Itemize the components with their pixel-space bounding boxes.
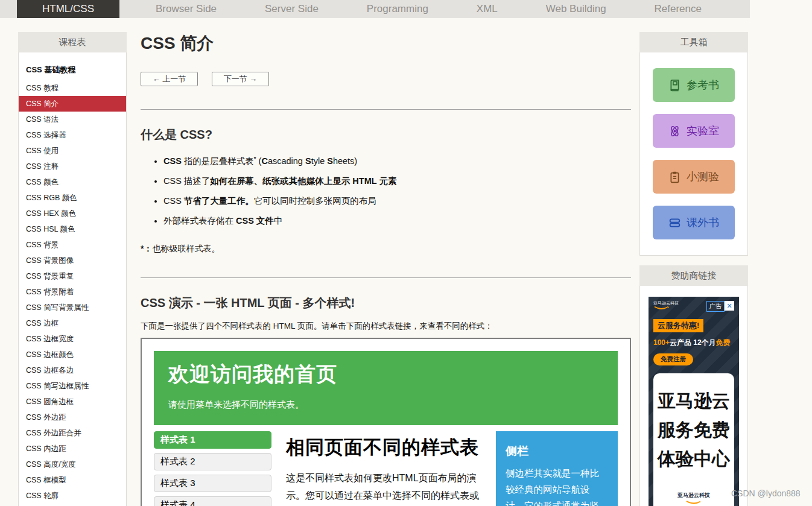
lab-button[interactable]: 实验室 [653, 114, 735, 148]
extra-books-icon [668, 217, 681, 229]
css-demo-frame: 欢迎访问我的首页 请使用菜单来选择不同的样式表。 样式表 1样式表 2样式表 3… [141, 338, 631, 506]
sidebar-item[interactable]: CSS 简介 [19, 96, 126, 112]
ad-promo-line: 100+云产品 12个月免费 [653, 338, 734, 348]
demo-side-panel-text: 侧边栏其实就是一种比较经典的网站导航设计，它的形式通常为竖向的一列，展示在网站的… [506, 465, 608, 506]
sidebar-item[interactable]: CSS 教程 [19, 80, 126, 96]
ad-card-line: 体验中心 [656, 444, 732, 473]
nav-item[interactable]: Web Building [546, 3, 606, 15]
course-group-title: CSS 基础教程 [19, 61, 126, 80]
demo-stylesheet-button[interactable]: 样式表 3 [154, 475, 271, 492]
ad-register-button[interactable]: 免费注册 [653, 353, 693, 365]
advertisement[interactable]: 亚马逊云科技 广告 ✕ 云服务特惠! 100+云产品 12个月免费 免费注册 亚… [649, 297, 739, 506]
demo-article: 相同页面不同的样式表 这是不同样式表如何更改HTML页面布局的演示。您可以通过在… [271, 431, 496, 506]
top-navigation: HTML/CSS Browser SideServer SideProgramm… [0, 0, 750, 18]
toolbox-column: 工具箱 参考书 实验室 小测验 课外书 赞助商链接 亚马逊云科技 [639, 32, 748, 506]
ad-card-line: 服务免费 [656, 416, 732, 444]
course-sidebar: 课程表 CSS 基础教程 CSS 教程CSS 简介CSS 语法CSS 选择器CS… [18, 32, 127, 506]
sidebar-item[interactable]: CSS 语法 [19, 112, 126, 127]
nav-item[interactable]: Browser Side [156, 3, 217, 15]
ad-card-headline: 亚马逊云服务免费体验中心 [656, 387, 732, 473]
demo-banner: 欢迎访问我的首页 请使用菜单来选择不同的样式表。 [154, 351, 618, 425]
sidebar-item[interactable]: CSS 背景附着 [19, 284, 126, 300]
sidebar-item[interactable]: CSS 内边距 [19, 441, 126, 457]
demo-columns: 样式表 1样式表 2样式表 3样式表 4无样式表 相同页面不同的样式表 这是不同… [154, 431, 618, 506]
nav-item[interactable]: Reference [655, 3, 702, 15]
lab-atom-icon [668, 125, 681, 138]
toolbox-header: 工具箱 [639, 32, 748, 52]
list-item: 外部样式表存储在 CSS 文件中 [163, 213, 631, 228]
sidebar-item[interactable]: CSS 边框颜色 [19, 347, 126, 362]
course-list: CSS 基础教程 CSS 教程CSS 简介CSS 语法CSS 选择器CSS 使用… [18, 52, 127, 506]
sidebar-item[interactable]: CSS 背景图像 [19, 253, 126, 268]
sidebar-item[interactable]: CSS 使用 [19, 143, 126, 159]
nav-item[interactable]: Programming [367, 3, 428, 15]
sidebar-item[interactable]: CSS 边框宽度 [19, 331, 126, 347]
demo-side-panel: 侧栏 侧边栏其实就是一种比较经典的网站导航设计，它的形式通常为竖向的一列，展示在… [496, 431, 618, 506]
footnote: *：也称级联样式表。 [141, 244, 631, 255]
what-is-css-list: CSS 指的是层叠样式表* (Cascading Style Sheets) C… [141, 151, 631, 228]
sidebar-item[interactable]: CSS 简写背景属性 [19, 300, 126, 315]
sidebar-item[interactable]: CSS 圆角边框 [19, 394, 126, 410]
ad-brand-logo: 亚马逊云科技 [653, 301, 679, 310]
css-demo-intro: 下面是一张提供了四个不同样式表的 HTML 页面。请单击下面的样式表链接，来查看… [141, 321, 631, 332]
sidebar-item[interactable]: CSS 背景 [19, 237, 126, 253]
sidebar-item[interactable]: CSS 边框各边 [19, 362, 126, 378]
nav-items: Browser SideServer SideProgrammingXMLWeb… [119, 0, 750, 18]
sidebar-item[interactable]: CSS RGB 颜色 [19, 190, 126, 206]
nav-item[interactable]: XML [477, 3, 498, 15]
toolbox-panel: 参考书 实验室 小测验 课外书 [639, 52, 748, 256]
sidebar-item[interactable]: CSS 轮廓 [19, 488, 126, 504]
sidebar-item[interactable]: CSS HEX 颜色 [19, 206, 126, 221]
sidebar-item[interactable]: CSS 边框 [19, 315, 126, 331]
reference-book-button[interactable]: 参考书 [653, 68, 735, 102]
sidebar-item[interactable]: CSS 选择器 [19, 127, 126, 143]
divider [141, 109, 631, 110]
sidebar-item[interactable]: CSS 注释 [19, 159, 126, 174]
next-section-button[interactable]: 下一节 → [212, 72, 269, 86]
extra-reading-button[interactable]: 课外书 [653, 206, 735, 239]
nav-item[interactable]: Server Side [265, 3, 319, 15]
demo-stylesheet-menu: 样式表 1样式表 2样式表 3样式表 4无样式表 [154, 431, 271, 506]
css-demo-heading: CSS 演示 - 一张 HTML 页面 - 多个样式! [141, 295, 631, 311]
ad-controls: 广告 ✕ [706, 301, 734, 312]
sidebar-item[interactable]: CSS 背景重复 [19, 268, 126, 284]
what-is-css-heading: 什么是 CSS? [141, 127, 631, 143]
sidebar-item[interactable]: CSS 外边距 [19, 410, 126, 425]
course-list-header: 课程表 [18, 32, 127, 52]
tool-label: 实验室 [687, 124, 719, 138]
sidebar-item[interactable]: CSS 外边距合并 [19, 425, 126, 441]
prev-section-button[interactable]: ← 上一节 [141, 72, 198, 86]
ad-tag: 广告 [706, 301, 725, 312]
demo-stylesheet-button[interactable]: 样式表 1 [154, 431, 271, 449]
sidebar-item[interactable]: CSS 颜色 [19, 174, 126, 190]
list-item: CSS 描述了如何在屏幕、纸张或其他媒体上显示 HTML 元素 [163, 174, 631, 188]
page-title: CSS 简介 [141, 32, 631, 55]
demo-article-text[interactable]: 这是不同样式表如何更改HTML页面布局的演示。您可以通过在菜单中选择不同的样式表… [286, 470, 485, 506]
list-item: CSS 节省了大量工作。它可以同时控制多张网页的布局 [163, 194, 631, 208]
sidebar-item[interactable]: CSS 高度/宽度 [19, 457, 126, 472]
demo-banner-title: 欢迎访问我的首页 [168, 361, 603, 388]
sponsor-header: 赞助商链接 [639, 265, 748, 286]
demo-stylesheet-button[interactable]: 样式表 4 [154, 496, 271, 506]
quiz-button[interactable]: 小测验 [653, 160, 735, 194]
tool-label: 参考书 [687, 78, 719, 92]
nav-tab-html-css[interactable]: HTML/CSS [17, 0, 119, 18]
ad-promo-badge: 云服务特惠! [653, 319, 703, 332]
sidebar-item[interactable]: CSS 简写边框属性 [19, 378, 126, 394]
tool-label: 课外书 [687, 215, 719, 230]
list-item: CSS 指的是层叠样式表* (Cascading Style Sheets) [163, 151, 631, 168]
sidebar-item[interactable]: CSS 框模型 [19, 472, 126, 488]
quiz-clipboard-icon [668, 171, 681, 183]
smile-arrow-icon [653, 306, 669, 310]
ad-close-icon[interactable]: ✕ [725, 301, 734, 311]
main-content: CSS 简介 ← 上一节 下一节 → 什么是 CSS? CSS 指的是层叠样式表… [141, 27, 631, 506]
demo-side-panel-title: 侧栏 [506, 443, 608, 459]
sidebar-item[interactable]: CSS HSL 颜色 [19, 221, 126, 237]
csdn-watermark: CSDN @lydon888 [731, 489, 801, 498]
demo-stylesheet-button[interactable]: 样式表 2 [154, 453, 271, 470]
demo-article-title: 相同页面不同的样式表 [286, 435, 485, 460]
prev-next-row: ← 上一节 下一节 → [141, 72, 631, 86]
course-items: CSS 教程CSS 简介CSS 语法CSS 选择器CSS 使用CSS 注释CSS… [19, 80, 126, 504]
reference-book-icon [668, 79, 681, 92]
ad-card-logo: 亚马逊云科技 [656, 492, 732, 505]
